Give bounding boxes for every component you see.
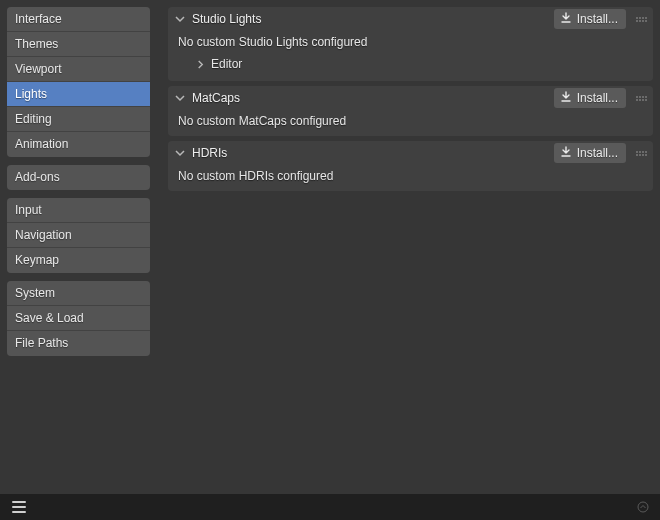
drag-handle-icon[interactable] bbox=[635, 17, 647, 22]
sidebar-item-system[interactable]: System bbox=[7, 281, 150, 306]
panel-hdris: HDRIs Install... No custom HDRIs configu… bbox=[168, 141, 653, 191]
chevron-down-icon[interactable] bbox=[174, 92, 186, 104]
install-button[interactable]: Install... bbox=[554, 143, 626, 163]
preferences-root: Interface Themes Viewport Lights Editing… bbox=[0, 0, 660, 520]
sidebar-item-lights[interactable]: Lights bbox=[7, 82, 150, 107]
chevron-right-icon bbox=[196, 60, 205, 69]
back-to-top-icon[interactable] bbox=[636, 500, 650, 514]
panel-header: MatCaps Install... bbox=[168, 86, 653, 110]
svg-point-0 bbox=[638, 502, 648, 512]
chevron-down-icon[interactable] bbox=[174, 13, 186, 25]
sidebar-item-viewport[interactable]: Viewport bbox=[7, 57, 150, 82]
panel-matcaps: MatCaps Install... No custom MatCaps con… bbox=[168, 86, 653, 136]
install-label: Install... bbox=[577, 91, 618, 105]
import-icon bbox=[560, 146, 572, 161]
panel-header: HDRIs Install... bbox=[168, 141, 653, 165]
sidebar-group: System Save & Load File Paths bbox=[7, 281, 150, 356]
hamburger-icon[interactable] bbox=[10, 498, 28, 516]
install-label: Install... bbox=[577, 146, 618, 160]
sidebar: Interface Themes Viewport Lights Editing… bbox=[7, 7, 150, 520]
editor-disclosure[interactable]: Editor bbox=[196, 57, 643, 71]
sidebar-item-input[interactable]: Input bbox=[7, 198, 150, 223]
panel-title: HDRIs bbox=[192, 146, 227, 160]
import-icon bbox=[560, 91, 572, 106]
install-button[interactable]: Install... bbox=[554, 88, 626, 108]
panel-title: MatCaps bbox=[192, 91, 240, 105]
chevron-down-icon[interactable] bbox=[174, 147, 186, 159]
panel-studio-lights: Studio Lights Install... No custom Studi… bbox=[168, 7, 653, 81]
install-button[interactable]: Install... bbox=[554, 9, 626, 29]
sidebar-item-addons[interactable]: Add-ons bbox=[7, 165, 150, 190]
sidebar-item-keymap[interactable]: Keymap bbox=[7, 248, 150, 273]
sidebar-item-themes[interactable]: Themes bbox=[7, 32, 150, 57]
sidebar-item-interface[interactable]: Interface bbox=[7, 7, 150, 32]
panel-body: No custom MatCaps configured bbox=[168, 110, 653, 130]
import-icon bbox=[560, 12, 572, 27]
sidebar-group: Add-ons bbox=[7, 165, 150, 190]
panel-body: No custom Studio Lights configured Edito… bbox=[168, 31, 653, 75]
main-content: Studio Lights Install... No custom Studi… bbox=[168, 7, 653, 520]
panel-body: No custom HDRIs configured bbox=[168, 165, 653, 185]
empty-text: No custom MatCaps configured bbox=[178, 114, 643, 128]
sidebar-item-animation[interactable]: Animation bbox=[7, 132, 150, 157]
drag-handle-icon[interactable] bbox=[635, 151, 647, 156]
panel-header: Studio Lights Install... bbox=[168, 7, 653, 31]
empty-text: No custom HDRIs configured bbox=[178, 169, 643, 183]
sidebar-group: Input Navigation Keymap bbox=[7, 198, 150, 273]
sidebar-group: Interface Themes Viewport Lights Editing… bbox=[7, 7, 150, 157]
empty-text: No custom Studio Lights configured bbox=[178, 35, 643, 49]
panel-title: Studio Lights bbox=[192, 12, 261, 26]
sidebar-item-file-paths[interactable]: File Paths bbox=[7, 331, 150, 356]
sidebar-item-editing[interactable]: Editing bbox=[7, 107, 150, 132]
drag-handle-icon[interactable] bbox=[635, 96, 647, 101]
editor-label: Editor bbox=[211, 57, 242, 71]
status-bar bbox=[0, 494, 660, 520]
sidebar-item-navigation[interactable]: Navigation bbox=[7, 223, 150, 248]
sidebar-item-save-load[interactable]: Save & Load bbox=[7, 306, 150, 331]
install-label: Install... bbox=[577, 12, 618, 26]
